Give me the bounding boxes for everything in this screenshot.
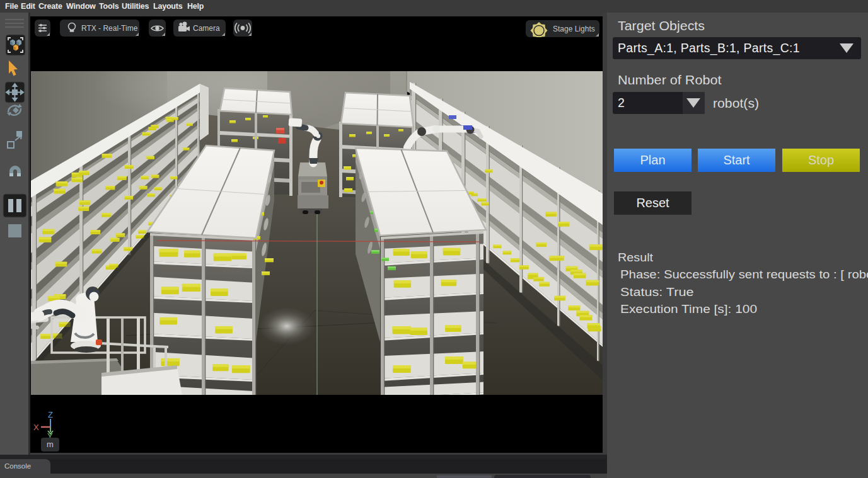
svg-text:X: X <box>33 423 39 432</box>
svg-text:Z: Z <box>48 410 53 419</box>
